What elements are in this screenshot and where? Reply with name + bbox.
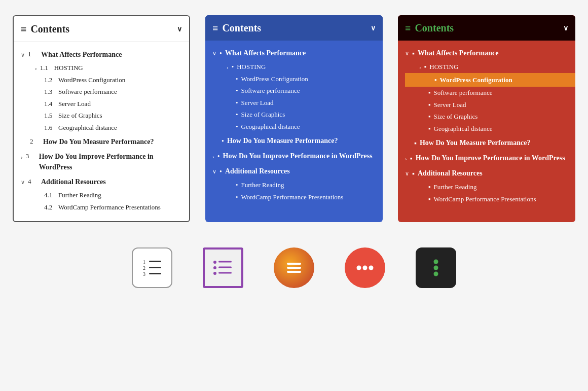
bullet-b1-5: • [236, 110, 238, 120]
toc-item-4[interactable]: ∨ 4 Additional Resources [21, 175, 182, 188]
icon-box-3[interactable] [274, 247, 314, 288]
toc-title-blue: Contents [222, 20, 261, 35]
toc-sublabel-4-2: WordCamp Performance Presentations [58, 202, 161, 212]
toc-item-r2[interactable]: ▪ How Do You Measure Performance? [405, 136, 568, 150]
toc-icon-orange-circle[interactable] [274, 247, 314, 288]
toc-sub-item-b1-3[interactable]: • Software performance [227, 85, 376, 97]
bullet-b1: • [219, 48, 222, 59]
toc-label-1: What Affects Performance [41, 49, 122, 60]
svg-rect-14 [287, 271, 301, 273]
toc-sub-item-b1-4[interactable]: • Server Load [227, 97, 376, 109]
bullet-b1-3: • [236, 86, 238, 96]
toc-section-b4: ∨ • Additional Resources • Further Readi… [212, 165, 376, 203]
toc-subnum-1-6: 1.6 [44, 123, 55, 133]
bullet-r1-6: ▪ [428, 124, 431, 134]
toc-icon-purple[interactable] [203, 247, 243, 288]
toc-sub-item-4-1[interactable]: 4.1 Further Reading [35, 189, 182, 201]
hamburger-icon-orange [283, 257, 305, 279]
toc-sub-item-b1-1[interactable]: › • HOSTING [227, 61, 376, 73]
svg-point-17 [369, 266, 374, 270]
arrow-icon-1-1: › [35, 64, 37, 73]
icon-box-2[interactable] [203, 247, 243, 288]
toc-card-white: ≡ Contents ∨ ∨ 1 What Affects Performanc… [13, 15, 190, 222]
toc-item-2[interactable]: 2 How Do You Measure Performance? [21, 135, 182, 148]
toc-sublabel-1-2: WordPress Configuration [58, 75, 125, 85]
bullet-b3: • [217, 151, 220, 162]
toc-item-b2[interactable]: • How Do You Measure Performance? [212, 134, 376, 148]
toc-sub-items-b1: › • HOSTING • WordPress Configuration • … [212, 61, 376, 132]
toc-sub-item-b1-5[interactable]: • Size of Graphics [227, 109, 376, 121]
toc-subnum-1-1: 1.1 [40, 63, 51, 73]
toc-sub-item-4-2[interactable]: 4.2 WordCamp Performance Presentations [35, 201, 182, 214]
toc-num-1: 1 [28, 49, 38, 59]
toc-icon-black-dots[interactable] [416, 247, 456, 288]
toc-sub-item-r1-6[interactable]: ▪ Geographical distance [419, 123, 568, 135]
bullet-r1-4: ▪ [428, 100, 431, 110]
toc-item-r4[interactable]: ∨ ▪ Additional Resources [405, 167, 568, 180]
toc-header-blue: ≡ Contents ∨ [205, 15, 383, 41]
svg-rect-13 [287, 267, 301, 269]
toc-sublabel-r1-4: Server Load [434, 100, 466, 110]
toc-sub-item-r4-1[interactable]: ▪ Further Reading [419, 181, 568, 193]
toc-label-b4: Additional Resources [225, 166, 290, 176]
toc-header-left-red: ≡ Contents [405, 20, 454, 35]
bullet-r4: ▪ [412, 168, 415, 179]
bullet-r1: ▪ [412, 48, 415, 59]
toc-body-white: ∨ 1 What Affects Performance › 1.1 HOSTI… [14, 42, 189, 221]
icon-box-5[interactable] [416, 247, 456, 288]
icon-box-1[interactable]: 1 2 3 [132, 247, 172, 288]
chevron-down-icon-red[interactable]: ∨ [563, 23, 568, 33]
toc-sub-item-1-3[interactable]: 1.3 Software performance [35, 86, 182, 98]
toc-sub-item-r1-2-highlighted[interactable]: ▪ WordPress Configuration [405, 73, 575, 87]
toc-sublabel-r1-3: Software performance [434, 88, 493, 98]
toc-sublabel-b1-2: WordPress Configuration [241, 74, 308, 84]
toc-item-b4[interactable]: ∨ • Additional Resources [212, 165, 376, 178]
toc-sub-item-b1-2[interactable]: • WordPress Configuration [227, 73, 376, 85]
toc-item-b1[interactable]: ∨ • What Affects Performance [212, 47, 376, 60]
toc-sublabel-b1-1: HOSTING [237, 62, 266, 72]
toc-label-r3: How Do You Improve Performance in WordPr… [416, 153, 565, 163]
toc-icon-white[interactable]: 1 2 3 [132, 247, 172, 288]
toc-sublabel-b1-5: Size of Graphics [241, 110, 285, 120]
toc-sublabel-b4-1: Further Reading [241, 180, 284, 190]
toc-header-white: ≡ Contents ∨ [14, 16, 189, 42]
toc-sub-item-r1-4[interactable]: ▪ Server Load [419, 99, 568, 111]
toc-sub-item-1-5[interactable]: 1.5 Size of Graphics [35, 110, 182, 122]
toc-title-red: Contents [415, 20, 454, 35]
chevron-icon-s4: ∨ [21, 178, 25, 187]
svg-point-6 [213, 261, 216, 264]
toc-icon-red-dots[interactable] [345, 247, 385, 288]
toc-section-1: ∨ 1 What Affects Performance › 1.1 HOSTI… [21, 48, 182, 133]
toc-item-3[interactable]: › 3 How Do You Improve Performance in Wo… [21, 150, 182, 173]
bullet-r3: ▪ [410, 153, 413, 164]
toc-sub-item-r1-5[interactable]: ▪ Size of Graphics [419, 111, 568, 123]
chevron-down-icon[interactable]: ∨ [177, 24, 182, 34]
toc-sub-item-b4-2[interactable]: • WordCamp Performance Presentations [227, 191, 376, 203]
toc-sub-item-r1-3[interactable]: ▪ Software performance [419, 87, 568, 99]
toc-sub-item-1-2[interactable]: 1.2 WordPress Configuration [35, 74, 182, 86]
toc-item-1[interactable]: ∨ 1 What Affects Performance [21, 48, 182, 61]
toc-section-3: › 3 How Do You Improve Performance in Wo… [21, 150, 182, 173]
toc-sub-item-r1-1[interactable]: › ▪ HOSTING [419, 61, 568, 73]
toc-sub-item-1-1[interactable]: › 1.1 HOSTING [35, 62, 182, 74]
icon-box-4[interactable] [345, 247, 385, 288]
toc-sublabel-r1-5: Size of Graphics [434, 112, 478, 122]
toc-section-b2: • How Do You Measure Performance? [212, 134, 376, 148]
toc-sublabel-r1-1: HOSTING [429, 62, 458, 72]
toc-sub-item-1-4[interactable]: 1.4 Server Load [35, 98, 182, 110]
chevron-down-icon-blue[interactable]: ∨ [371, 23, 376, 33]
toc-item-r1[interactable]: ∨ ▪ What Affects Performance [405, 47, 568, 60]
toc-item-r3[interactable]: › ▪ How Do You Improve Performance in Wo… [405, 152, 568, 165]
svg-rect-11 [218, 272, 232, 274]
toc-sub-item-r4-2[interactable]: ▪ WordCamp Performance Presentations [419, 193, 568, 205]
toc-num-4: 4 [28, 176, 38, 187]
toc-sub-item-b4-1[interactable]: • Further Reading [227, 179, 376, 191]
toc-section-r3: › ▪ How Do You Improve Performance in Wo… [405, 152, 568, 165]
toc-section-r1: ∨ ▪ What Affects Performance › ▪ HOSTING… [405, 47, 568, 134]
toc-sub-item-1-6[interactable]: 1.6 Geographical distance [35, 122, 182, 134]
toc-sub-item-b1-6[interactable]: • Geographical distance [227, 121, 376, 133]
toc-subnum-4-1: 4.1 [44, 190, 55, 200]
arrow-icon-r3: › [405, 154, 407, 163]
toc-item-b3[interactable]: › • How Do You Improve Performance in Wo… [212, 150, 376, 163]
toc-sublabel-1-4: Server Load [58, 99, 91, 109]
